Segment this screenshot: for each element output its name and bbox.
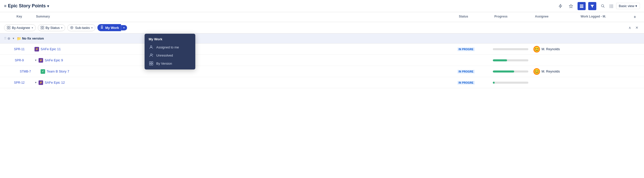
svg-rect-3 bbox=[580, 7, 583, 8]
issue-key-link[interactable]: SPR-11 bbox=[14, 47, 25, 51]
table-body: ⠿ ▼ 📁 No fix version SPR-11 ⚡ SAFe Epic … bbox=[0, 33, 644, 88]
close-filter-button[interactable]: ✕ bbox=[634, 25, 640, 31]
svg-rect-20 bbox=[151, 64, 153, 65]
issue-key-link[interactable]: SPR-9 bbox=[15, 59, 24, 62]
subtasks-icon bbox=[70, 26, 74, 29]
row-chevron-icon[interactable]: ▼ bbox=[34, 81, 37, 84]
dropdown-item-label: Unresolved bbox=[156, 54, 173, 57]
row-drag-handle[interactable]: ⠿ bbox=[4, 37, 7, 40]
row-summary-cell: ✓ Team B Story 7 bbox=[41, 69, 112, 74]
collapse-up-button[interactable]: ∧ bbox=[627, 25, 633, 31]
story-type-icon: ✓ bbox=[41, 69, 45, 74]
my-work-filter-group: ⠿ My Work ▾ bbox=[97, 24, 127, 31]
col-add[interactable]: + bbox=[630, 14, 640, 20]
row-key-cell: SPR-11 bbox=[4, 47, 34, 51]
by-status-chevron-icon: ▾ bbox=[61, 26, 62, 29]
row-chevron-icon[interactable]: ▼ bbox=[34, 59, 37, 62]
table-row: SPR-11 ⚡ SAFe Epic 11 IN PROGRE 😊 M. Rey… bbox=[0, 44, 644, 55]
table-row: STMB-7 ✓ Team B Story 7 IN PROGRE 😊 M. R… bbox=[0, 66, 644, 77]
col-spacer bbox=[106, 14, 457, 20]
avatar: 😊 bbox=[533, 46, 540, 52]
svg-rect-10 bbox=[43, 26, 44, 27]
status-badge: IN PROGRE bbox=[457, 47, 475, 51]
epic-type-icon: ⚡ bbox=[39, 58, 43, 63]
issue-summary-link[interactable]: Team B Story 7 bbox=[47, 69, 69, 73]
dropdown-item-by-version[interactable]: By Version bbox=[145, 59, 195, 67]
col-work-logged: Work Logged - M. bbox=[579, 14, 630, 20]
by-assignee-icon bbox=[7, 26, 10, 29]
my-work-dropdown: My Work Assigned to me Unresolved bbox=[145, 34, 195, 69]
my-work-chevron-button[interactable]: ▾ bbox=[121, 25, 127, 30]
group-row-no-fix-version: ⠿ ▼ 📁 No fix version bbox=[0, 33, 644, 44]
table-row: SPR-9 ▼ ⚡ SAFe Epic 9 bbox=[0, 55, 644, 66]
by-status-icon bbox=[41, 26, 44, 29]
group-row-key-col: ⠿ ▼ 📁 No fix version bbox=[4, 37, 106, 41]
svg-marker-0 bbox=[569, 4, 573, 8]
collapse-controls: ∧ ✕ bbox=[627, 25, 640, 31]
my-work-dots-icon: ⠿ bbox=[100, 25, 104, 30]
search-button[interactable] bbox=[599, 2, 607, 10]
svg-rect-11 bbox=[41, 28, 42, 29]
row-status-cell: IN PROGRE bbox=[457, 69, 493, 73]
svg-rect-9 bbox=[41, 26, 42, 27]
svg-rect-5 bbox=[7, 26, 8, 27]
row-summary-cell: ▼ ⚡ SAFe Epic 9 bbox=[34, 58, 106, 63]
row-status-cell: IN PROGRE bbox=[457, 47, 493, 51]
status-badge: IN PROGRE bbox=[457, 81, 475, 85]
epic-type-icon: ⚡ bbox=[34, 47, 39, 51]
issue-summary-link[interactable]: SAFe Epic 11 bbox=[41, 47, 61, 51]
my-work-chevron-icon: ▾ bbox=[123, 26, 125, 29]
row-status-cell: IN PROGRE bbox=[457, 81, 493, 84]
star-button[interactable] bbox=[567, 2, 575, 10]
svg-point-14 bbox=[150, 46, 152, 47]
row-assignee-cell: 😊 M. Reynolds bbox=[533, 46, 579, 52]
col-status: Status bbox=[457, 14, 493, 20]
col-summary: Summary bbox=[34, 14, 106, 20]
assigned-to-me-icon bbox=[149, 45, 154, 49]
svg-rect-8 bbox=[9, 28, 10, 29]
col-assignee: Assignee bbox=[533, 14, 579, 20]
avatar: 😊 bbox=[533, 68, 540, 75]
issue-summary-link[interactable]: SAFe Epic 9 bbox=[45, 58, 63, 62]
basic-view-button[interactable]: Basic view ▾ bbox=[616, 3, 640, 9]
col-progress: Progress bbox=[493, 14, 533, 20]
row-key-cell: STMB-7 bbox=[10, 69, 41, 73]
by-assignee-filter[interactable]: By Assignee ▾ bbox=[4, 24, 36, 31]
subtasks-filter[interactable]: Sub-tasks ▾ bbox=[67, 24, 95, 31]
row-summary-cell: ⚡ SAFe Epic 11 bbox=[34, 47, 106, 51]
lightning-button[interactable] bbox=[556, 2, 564, 10]
group-chevron-icon[interactable]: ▼ bbox=[12, 37, 15, 40]
main-header: ≡ Epic Story Points ▾ bbox=[0, 0, 644, 12]
svg-line-16 bbox=[152, 54, 153, 55]
dropdown-title: My Work bbox=[145, 36, 195, 43]
issue-key-link[interactable]: STMB-7 bbox=[20, 70, 31, 73]
subtasks-chevron-icon: ▾ bbox=[91, 26, 93, 29]
svg-rect-12 bbox=[43, 28, 44, 29]
basic-view-chevron-icon: ▾ bbox=[635, 4, 637, 8]
folder-icon: 📁 bbox=[17, 37, 21, 41]
title-chevron-icon[interactable]: ▾ bbox=[47, 4, 49, 8]
issue-key-link[interactable]: SPR-12 bbox=[14, 81, 25, 84]
dropdown-item-assigned-to-me[interactable]: Assigned to me bbox=[145, 43, 195, 51]
header-right: ||| Basic view ▾ bbox=[556, 2, 640, 10]
row-progress-cell bbox=[493, 59, 533, 61]
my-work-filter[interactable]: ⠿ My Work bbox=[97, 24, 121, 31]
svg-rect-1 bbox=[580, 5, 583, 5]
filter-bar: By Assignee ▾ By Status ▾ Sub-tasks ▾ ⠿ … bbox=[0, 22, 644, 33]
table-row: SPR-12 ▼ ⚡ SAFe Epic 12 IN PROGRE bbox=[0, 77, 644, 88]
dropdown-item-unresolved[interactable]: Unresolved bbox=[145, 51, 195, 59]
group-row-dot bbox=[8, 37, 10, 40]
by-assignee-chevron-icon: ▾ bbox=[32, 26, 33, 29]
by-status-filter[interactable]: By Status ▾ bbox=[38, 24, 65, 31]
issue-summary-link[interactable]: SAFe Epic 12 bbox=[45, 81, 65, 84]
dropdown-item-label: Assigned to me bbox=[156, 45, 179, 49]
svg-point-15 bbox=[150, 54, 152, 55]
list-icon: ≡ bbox=[4, 4, 6, 8]
svg-rect-19 bbox=[149, 64, 151, 65]
by-version-icon bbox=[149, 61, 154, 65]
layers-button[interactable] bbox=[578, 2, 586, 10]
svg-rect-7 bbox=[7, 28, 8, 29]
filter-button[interactable] bbox=[588, 2, 596, 10]
row-key-cell: SPR-12 bbox=[4, 81, 34, 84]
bars-icon: ||| bbox=[610, 4, 613, 8]
